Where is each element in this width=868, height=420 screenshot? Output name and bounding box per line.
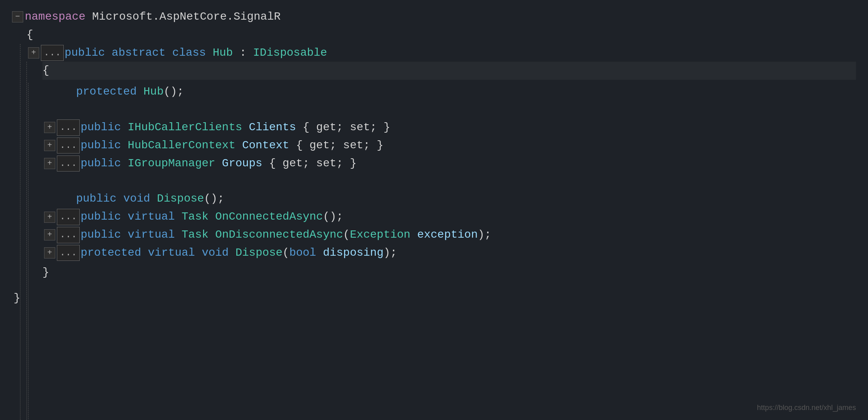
constructor-kw: protected — [76, 83, 137, 101]
collapse-dispose2-icon[interactable]: + — [44, 247, 55, 258]
dispose-kw-public: public — [76, 190, 117, 208]
groups-body: { get; set; } — [269, 155, 356, 173]
ondisconnected-type: Task — [181, 226, 208, 244]
dots-ondisconnected: ... — [57, 227, 80, 243]
class-declaration-line: + ... public abstract class Hub : IDispo… — [28, 44, 856, 62]
clients-kw-public: public — [81, 119, 121, 137]
collapse-clients-icon[interactable]: + — [44, 122, 55, 133]
onconnected-rest: (); — [323, 208, 343, 226]
constructor-parens: (); — [163, 83, 183, 101]
onconnected-kw-virtual: virtual — [128, 208, 175, 226]
class-kw-abstract: abstract — [112, 44, 165, 62]
ondisconnected-param-name: exception — [417, 226, 477, 244]
collapse-onconnected-icon[interactable]: + — [44, 212, 55, 223]
ondisconnected-line: + ... public virtual Task OnDisconnected… — [44, 226, 856, 244]
prop-groups-line: + ... public IGroupManager Groups { get;… — [44, 155, 856, 173]
onconnected-type: Task — [181, 208, 208, 226]
collapse-context-icon[interactable]: + — [44, 140, 55, 151]
dots-clients: ... — [57, 119, 80, 135]
empty-line-3 — [12, 281, 856, 289]
dispose-name: Dispose — [157, 190, 204, 208]
collapse-class-icon[interactable]: + — [28, 47, 39, 59]
collapse-ondisconnected-icon[interactable]: + — [44, 229, 55, 240]
onconnected-name: OnConnectedAsync — [215, 208, 323, 226]
context-name: Context — [242, 137, 290, 155]
context-kw-public: public — [81, 137, 121, 155]
dots-onconnected: ... — [57, 209, 80, 225]
groups-type: IGroupManager — [128, 155, 215, 173]
collapse-groups-icon[interactable]: + — [44, 158, 55, 169]
clients-type: IHubCallerClients — [128, 119, 242, 137]
constructor-line: protected Hub (); — [76, 83, 856, 101]
clients-name: Clients — [249, 119, 296, 137]
class-kw-public: public — [64, 44, 105, 62]
collapse-namespace-icon[interactable]: − — [12, 11, 23, 22]
empty-line-1 — [12, 101, 856, 119]
code-viewer: − namespace Microsoft.AspNetCore.SignalR… — [0, 0, 868, 315]
dispose2-line: + ... protected virtual void Dispose ( b… — [44, 244, 856, 262]
empty-line-2 — [12, 172, 856, 190]
watermark: https://blog.csdn.net/xhl_james — [757, 402, 856, 414]
class-colon: : — [240, 44, 246, 62]
namespace-line: − namespace Microsoft.AspNetCore.SignalR — [12, 8, 856, 26]
ondisconnected-name: OnDisconnectedAsync — [215, 226, 343, 244]
dispose2-param-type: bool — [289, 244, 316, 262]
constructor-name: Hub — [143, 83, 163, 101]
ondisconnected-param-type: Exception — [350, 226, 410, 244]
onconnected-kw-public: public — [81, 208, 121, 226]
onconnected-line: + ... public virtual Task OnConnectedAsy… — [44, 208, 856, 226]
ondisconnected-kw-virtual: virtual — [128, 226, 175, 244]
prop-clients-line: + ... public IHubCallerClients Clients {… — [44, 119, 856, 137]
dispose2-kw-virtual: virtual — [148, 244, 195, 262]
dispose2-rest: ); — [383, 244, 397, 262]
inner-close-brace: } — [42, 264, 856, 282]
outer-open-brace: { — [26, 26, 856, 44]
dots-dispose2: ... — [57, 245, 80, 261]
outer-close-brace: } — [14, 289, 856, 307]
class-interface: IDisposable — [253, 44, 327, 62]
dispose-line: public void Dispose (); — [76, 190, 856, 208]
inner-open-brace: { — [42, 62, 856, 80]
class-name: Hub — [213, 44, 233, 62]
dispose-rest: (); — [204, 190, 224, 208]
dispose2-kw-protected: protected — [81, 244, 141, 262]
dispose2-param-name: disposing — [323, 244, 383, 262]
class-kw-class: class — [172, 44, 206, 62]
dispose2-name: Dispose — [236, 244, 283, 262]
ondisconnected-kw-public: public — [81, 226, 121, 244]
namespace-keyword: namespace — [25, 8, 85, 26]
ondisconnected-rest: ); — [478, 226, 491, 244]
clients-body: { get; set; } — [303, 119, 390, 137]
context-body: { get; set; } — [296, 137, 383, 155]
dots-context: ... — [57, 137, 80, 153]
groups-kw-public: public — [81, 155, 121, 173]
dispose2-void: void — [202, 244, 229, 262]
context-type: HubCallerContext — [128, 137, 236, 155]
dots-groups: ... — [57, 155, 80, 172]
prop-context-line: + ... public HubCallerContext Context { … — [44, 137, 856, 155]
groups-name: Groups — [222, 155, 262, 173]
dispose-void: void — [123, 190, 150, 208]
namespace-name: Microsoft.AspNetCore.SignalR — [92, 8, 280, 26]
dots-class: ... — [41, 45, 64, 61]
